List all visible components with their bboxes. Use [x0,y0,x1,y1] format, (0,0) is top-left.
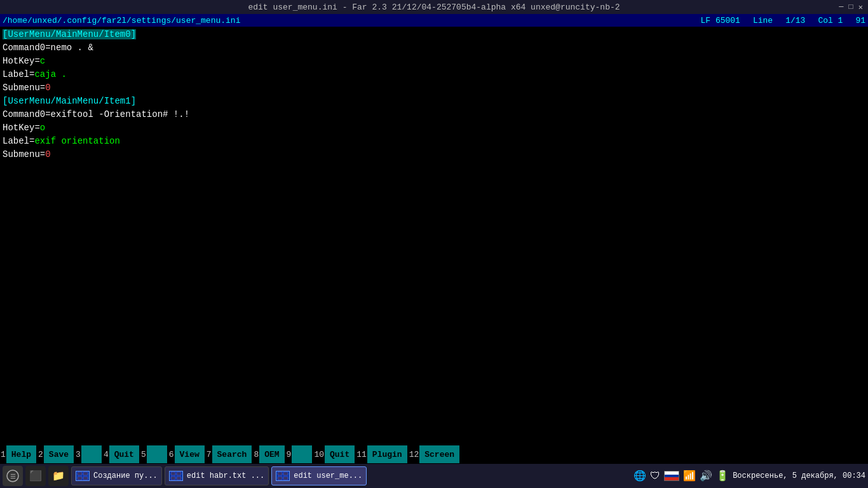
editor-line: Label=caja . [3,68,865,81]
fn-num-9: 9 [286,449,292,461]
minimize-button[interactable]: — [839,3,843,12]
svg-rect-13 [283,477,288,480]
editor-line: HotKey=o [3,121,865,135]
fn-num-8: 8 [253,449,259,461]
status-bar: /home/unxed/.config/far2l/settings/user_… [0,14,868,27]
fn-label-1[interactable]: Help [6,445,36,463]
fn-key-12[interactable]: 12Screen [409,445,461,463]
maximize-button[interactable]: □ [849,3,853,12]
security-icon: 🛡 [650,470,660,482]
fn-label-8[interactable]: OEM [259,445,284,463]
fn-key-11[interactable]: 11Plugin [356,445,408,463]
fn-label-2[interactable]: Save [44,445,74,463]
fn-num-7: 7 [206,449,212,461]
svg-rect-5 [83,477,88,480]
col-label: Col 1 [818,16,843,25]
fn-num-5: 5 [140,449,147,461]
fn-num-11: 11 [356,449,367,461]
taskbar-btn-editor2[interactable]: edit user_me... [271,466,367,485]
filemanager-icon[interactable]: 📁 [48,466,69,486]
fn-label-3[interactable] [81,445,102,463]
fn-label-12[interactable]: Screen [419,445,459,463]
svg-rect-6 [171,472,175,475]
fn-label-4[interactable]: Quit [109,445,139,463]
svg-rect-9 [177,477,181,480]
editor-line: Command0=exiftool -Orientation# !.! [3,108,865,121]
fn-key-2[interactable]: 2Save [37,445,75,463]
line-label: Line [753,16,773,25]
svg-rect-4 [78,477,82,480]
fn-key-1[interactable]: 1Help [0,445,37,463]
battery-icon: 🔋 [716,470,729,482]
fn-num-4: 4 [103,449,109,461]
taskbar-btn-label-editor2: edit user_me... [294,471,362,480]
fn-label-7[interactable]: Search [212,445,252,463]
editor-line: Label=exif orientation [3,135,865,148]
fn-label-10[interactable]: Quit [325,445,355,463]
fn-key-5[interactable]: 5 [140,445,168,463]
taskbar-btn-label-editor1: edit habr.txt ... [187,471,264,480]
taskbar-btn-icon-files1 [76,471,90,481]
fn-key-4[interactable]: 4Quit [103,445,140,463]
fn-key-9[interactable]: 9 [286,445,314,463]
encoding: LF 65001 [701,16,740,25]
line-position: 1/13 [785,16,805,25]
close-button[interactable]: ✕ [858,3,863,12]
svg-rect-8 [171,477,175,480]
status-info: LF 65001 Line 1/13 Col 1 91 [701,16,865,25]
svg-text:☰: ☰ [10,473,16,480]
svg-rect-2 [78,472,82,475]
fn-label-11[interactable]: Plugin [367,445,407,463]
fn-key-7[interactable]: 7Search [206,445,254,463]
editor-line: Submenu=0 [3,148,865,161]
fn-num-1: 1 [0,449,6,461]
editor-line: HotKey=c [3,55,865,68]
fn-bar: 1Help2Save34Quit56View7Search8OEM910Quit… [0,445,868,464]
systray: 🌐 🛡 📶 🔊 🔋 Воскресенье, 5 декабря, 00:34 [634,470,865,482]
fn-key-6[interactable]: 6View [168,445,206,463]
taskbar-btn-editor1[interactable]: edit habr.txt ... [165,466,269,485]
fn-key-10[interactable]: 10Quit [313,445,356,463]
fn-num-12: 12 [409,449,420,461]
taskbar-btn-files1[interactable]: Создание пу... [71,466,162,485]
sound-icon: 🔊 [700,470,712,482]
editor-area[interactable]: [UserMenu/MainMenu/Item0]Command0=nemo .… [0,27,868,445]
taskbar: ☰ ⬛ 📁 Создание пу...edit habr.txt ...edi… [0,464,868,488]
title-bar-controls: — □ ✕ [839,3,863,12]
fn-num-10: 10 [313,449,325,461]
taskbar-btn-icon-editor2 [276,471,290,481]
start-button[interactable]: ☰ [3,466,23,486]
title-text: edit user_menu.ini - Far 2.3 21/12/04-25… [248,3,620,12]
col-value: 91 [855,16,865,25]
fn-num-6: 6 [168,449,175,461]
editor-line: [UserMenu/MainMenu/Item0] [3,28,865,41]
editor-line: [UserMenu/MainMenu/Item1] [3,95,865,108]
title-bar: edit user_menu.ini - Far 2.3 21/12/04-25… [0,0,868,14]
fn-label-5[interactable] [147,445,167,463]
svg-rect-11 [283,472,288,475]
fn-key-8[interactable]: 8OEM [253,445,285,463]
file-path: /home/unxed/.config/far2l/settings/user_… [3,16,701,25]
editor-line: Command0=nemo . & [3,41,865,55]
svg-rect-3 [83,472,88,475]
fn-key-3[interactable]: 3 [75,445,103,463]
fn-label-9[interactable] [292,445,312,463]
fn-label-6[interactable]: View [175,445,205,463]
fn-num-3: 3 [75,449,81,461]
fn-num-2: 2 [37,449,44,461]
taskbar-btn-icon-editor1 [169,471,183,481]
svg-rect-7 [177,472,181,475]
terminal-icon[interactable]: ⬛ [25,466,46,486]
svg-rect-10 [278,472,282,475]
taskbar-btn-label-files1: Создание пу... [93,471,158,480]
network-icon: 🌐 [634,470,646,482]
language-flag [664,471,679,481]
wifi-icon: 📶 [683,470,696,482]
editor-line: Submenu=0 [3,81,865,95]
datetime: Воскресенье, 5 декабря, 00:34 [733,471,865,480]
svg-rect-12 [278,477,282,480]
